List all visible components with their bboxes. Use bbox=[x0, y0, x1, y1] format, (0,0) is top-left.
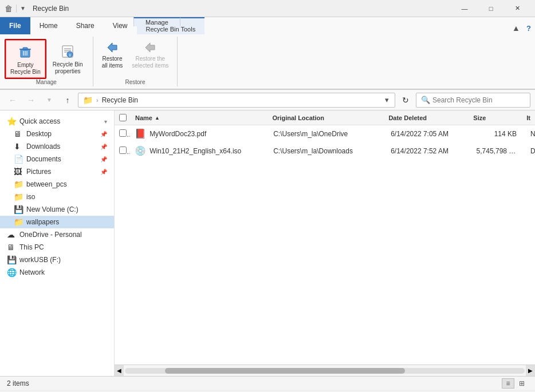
name-sort-icon: ▲ bbox=[155, 115, 160, 121]
sidebar-item-workusb[interactable]: 💾 workUSB (F:) bbox=[0, 254, 114, 266]
ribbon-tabs: File Home Share View Recycle Bin Tools ▲… bbox=[0, 17, 535, 34]
sidebar-item-iso[interactable]: 📁 iso bbox=[0, 191, 114, 203]
sidebar-item-documents[interactable]: 📄 Documents 📌 bbox=[0, 153, 114, 165]
pdf-icon: 📕 bbox=[135, 128, 146, 139]
sidebar-item-quick-access[interactable]: ⭐ Quick access ▾ bbox=[0, 115, 114, 128]
sidebar-item-this-pc[interactable]: 🖥 This PC bbox=[0, 241, 114, 254]
sidebar-item-downloads[interactable]: ⬇ Downloads 📌 bbox=[0, 140, 114, 153]
row1-date: 6/14/2022 7:05 AM bbox=[386, 128, 471, 140]
svg-text:i: i bbox=[69, 53, 70, 58]
restore-selected-button[interactable]: Restore theselected items bbox=[128, 39, 172, 71]
select-all-checkbox[interactable] bbox=[119, 114, 127, 121]
header-extra[interactable]: It bbox=[522, 113, 535, 122]
empty-recycle-bin-button[interactable]: EmptyRecycle Bin bbox=[5, 39, 46, 79]
ribbon-group-restore-buttons: Restoreall items Restore theselected ite… bbox=[98, 37, 173, 79]
iso-file-icon: 💿 bbox=[135, 145, 146, 156]
file-header: Name ▲ Original Location Date Deleted Si… bbox=[115, 110, 535, 125]
restore-group-label: Restore bbox=[125, 79, 145, 86]
sidebar-item-this-pc-label: This PC bbox=[19, 243, 44, 251]
help-btn[interactable]: ? bbox=[522, 22, 535, 34]
between-pcs-icon: 📁 bbox=[14, 180, 23, 189]
recycle-bin-properties-icon: i bbox=[58, 42, 77, 60]
downloads-icon: ⬇ bbox=[14, 142, 23, 151]
recent-button[interactable]: ▼ bbox=[41, 92, 57, 108]
tab-share[interactable]: Share bbox=[67, 17, 104, 34]
row2-checkbox[interactable] bbox=[119, 146, 127, 154]
restore-all-icon bbox=[105, 41, 119, 54]
header-date[interactable]: Date Deleted bbox=[384, 113, 469, 122]
row2-size: 5,745,798 KB bbox=[472, 145, 526, 157]
details-view-button[interactable]: ≡ bbox=[502, 378, 514, 389]
ribbon-collapse-btn[interactable]: ▲ bbox=[510, 22, 522, 34]
header-size[interactable]: Size bbox=[469, 113, 522, 122]
sidebar-item-onedrive-label: OneDrive - Personal bbox=[19, 231, 82, 239]
maximize-button[interactable]: □ bbox=[478, 0, 504, 17]
large-icons-view-button[interactable]: ⊞ bbox=[516, 378, 528, 389]
manage-group-label: Manage bbox=[36, 79, 57, 86]
close-button[interactable]: ✕ bbox=[504, 0, 530, 17]
row1-check[interactable] bbox=[115, 128, 130, 140]
table-row[interactable]: 💿 Win10_21H2_English_x64.iso C:\Users\m_… bbox=[115, 142, 535, 160]
svg-marker-13 bbox=[145, 43, 155, 52]
title-bar-controls: — □ ✕ bbox=[451, 0, 530, 17]
sidebar-item-workusb-label: workUSB (F:) bbox=[19, 256, 61, 264]
restore-selected-icon bbox=[143, 41, 157, 54]
pictures-icon: 🖼 bbox=[14, 167, 23, 176]
view-buttons: ≡ ⊞ bbox=[502, 378, 528, 389]
scroll-left-button[interactable]: ◀ bbox=[115, 365, 124, 377]
downloads-pin-icon: 📌 bbox=[100, 144, 107, 150]
iso-icon: 📁 bbox=[14, 192, 23, 201]
file-list: 📕 MyWordDoc23.pdf C:\Users\m_la\OneDrive… bbox=[115, 125, 535, 365]
row2-location: C:\Users\m_la\Downloads bbox=[269, 145, 386, 157]
tab-view[interactable]: View bbox=[104, 17, 137, 34]
sidebar-item-new-volume[interactable]: 💾 New Volume (C:) bbox=[0, 203, 114, 216]
status-bar: 2 items ≡ ⊞ bbox=[0, 376, 535, 390]
header-check[interactable] bbox=[115, 113, 131, 122]
header-name[interactable]: Name ▲ bbox=[131, 113, 268, 122]
tab-file[interactable]: File bbox=[0, 17, 30, 34]
sidebar-item-desktop[interactable]: 🖥 Desktop 📌 bbox=[0, 128, 114, 140]
horizontal-scrollbar[interactable]: ◀ ▶ bbox=[115, 365, 535, 376]
qat-dropdown[interactable]: ▼ bbox=[20, 5, 26, 11]
new-volume-icon: 💾 bbox=[14, 205, 23, 214]
address-field[interactable]: 📁 › Recycle Bin ▾ bbox=[78, 93, 395, 108]
table-row[interactable]: 📕 MyWordDoc23.pdf C:\Users\m_la\OneDrive… bbox=[115, 125, 535, 142]
sidebar-item-pictures[interactable]: 🖼 Pictures 📌 bbox=[0, 165, 114, 178]
search-input[interactable] bbox=[432, 96, 525, 104]
sidebar-item-onedrive[interactable]: ☁ OneDrive - Personal bbox=[0, 228, 114, 241]
tab-recycle-bin-tools[interactable]: Recycle Bin Tools bbox=[137, 17, 205, 34]
row2-check[interactable] bbox=[115, 145, 130, 157]
sidebar-item-new-volume-label: New Volume (C:) bbox=[26, 205, 78, 213]
row1-name: 📕 MyWordDoc23.pdf bbox=[130, 126, 269, 141]
refresh-button[interactable]: ↻ bbox=[398, 92, 414, 108]
tab-home[interactable]: Home bbox=[30, 17, 67, 34]
forward-button[interactable]: → bbox=[23, 92, 39, 108]
up-button[interactable]: ↑ bbox=[60, 92, 76, 108]
ribbon-group-restore: Restoreall items Restore theselected ite… bbox=[93, 37, 178, 86]
path-separator: › bbox=[96, 97, 99, 104]
ribbon-content: EmptyRecycle Bin i Recycle Binprope bbox=[0, 34, 535, 89]
back-button[interactable]: ← bbox=[5, 92, 21, 108]
ribbon-group-manage-buttons: EmptyRecycle Bin i Recycle Binprope bbox=[5, 37, 88, 79]
svg-marker-12 bbox=[108, 43, 117, 52]
title-bar-title: Recycle Bin bbox=[33, 5, 69, 13]
row1-location: C:\Users\m_la\OneDrive bbox=[269, 128, 386, 140]
address-dropdown-button[interactable]: ▾ bbox=[384, 94, 390, 105]
restore-all-items-button[interactable]: Restoreall items bbox=[98, 39, 127, 71]
network-icon: 🌐 bbox=[7, 268, 16, 277]
scroll-thumb bbox=[165, 368, 405, 374]
recycle-bin-properties-button[interactable]: i Recycle Binproperties bbox=[48, 39, 88, 78]
search-field: 🔍 bbox=[416, 93, 530, 108]
sidebar-item-network[interactable]: 🌐 Network bbox=[0, 266, 114, 279]
title-bar: 🗑 ▼ Recycle Bin — □ ✕ bbox=[0, 0, 535, 17]
scroll-right-button[interactable]: ▶ bbox=[526, 365, 535, 377]
row1-checkbox[interactable] bbox=[119, 129, 127, 137]
qat-divider bbox=[16, 5, 17, 13]
sidebar-item-wallpapers[interactable]: 📁 wallpapers bbox=[0, 216, 114, 228]
path-folder-icon: 📁 bbox=[83, 96, 93, 105]
header-location[interactable]: Original Location bbox=[268, 113, 384, 122]
minimize-button[interactable]: — bbox=[451, 0, 478, 17]
sidebar-item-between-pcs[interactable]: 📁 between_pcs bbox=[0, 178, 114, 191]
this-pc-icon: 🖥 bbox=[7, 243, 16, 252]
sidebar-item-wallpapers-label: wallpapers bbox=[26, 218, 59, 226]
